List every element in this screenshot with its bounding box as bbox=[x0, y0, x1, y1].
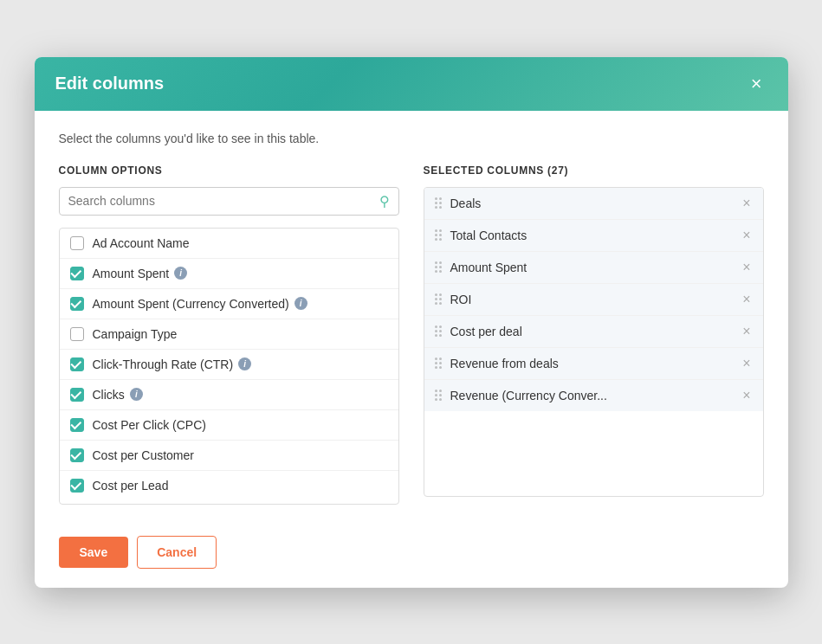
option-checkbox[interactable] bbox=[70, 267, 84, 280]
remove-column-button[interactable]: × bbox=[741, 293, 752, 306]
selected-list[interactable]: Deals×Total Contacts×Amount Spent×ROI×Co… bbox=[424, 187, 764, 497]
selected-item: Revenue (Currency Conver...× bbox=[424, 380, 763, 411]
selected-item: Cost per deal× bbox=[424, 316, 763, 348]
remove-column-button[interactable]: × bbox=[741, 357, 752, 370]
modal-description: Select the columns you'd like to see in … bbox=[59, 132, 764, 145]
left-panel: COLUMN OPTIONS ⚲ Ad Account NameAmount S… bbox=[59, 164, 399, 505]
search-icon: ⚲ bbox=[379, 193, 390, 209]
search-input[interactable] bbox=[68, 194, 379, 208]
option-label: Click-Through Rate (CTR) bbox=[93, 357, 234, 371]
option-item[interactable]: Campaign Type bbox=[60, 319, 398, 350]
option-checkbox[interactable] bbox=[70, 297, 84, 311]
modal-body: Select the columns you'd like to see in … bbox=[35, 111, 788, 522]
option-checkbox[interactable] bbox=[70, 357, 84, 371]
option-label: Cost per Customer bbox=[93, 448, 194, 462]
info-icon: i bbox=[238, 357, 251, 370]
modal-overlay: Edit columns × Select the columns you'd … bbox=[0, 0, 822, 644]
option-checkbox[interactable] bbox=[70, 236, 84, 250]
option-item[interactable]: Amount Spent (Currency Converted)i bbox=[60, 289, 398, 319]
right-panel: SELECTED COLUMNS (27) Deals×Total Contac… bbox=[424, 164, 764, 505]
option-item[interactable]: Ad Account Name bbox=[60, 229, 398, 259]
remove-column-button[interactable]: × bbox=[741, 389, 752, 402]
column-options-title: COLUMN OPTIONS bbox=[59, 164, 399, 177]
option-checkbox[interactable] bbox=[70, 327, 84, 341]
selected-item: Deals× bbox=[424, 188, 763, 220]
selected-item: Total Contacts× bbox=[424, 220, 763, 252]
save-button[interactable]: Save bbox=[59, 537, 129, 568]
drag-handle[interactable] bbox=[435, 229, 442, 241]
selected-columns-title: SELECTED COLUMNS (27) bbox=[424, 164, 764, 177]
option-checkbox[interactable] bbox=[70, 388, 84, 402]
selected-column-label: ROI bbox=[450, 293, 741, 306]
option-item[interactable]: Clicksi bbox=[60, 380, 398, 410]
info-icon: i bbox=[174, 267, 187, 280]
modal-footer: Save Cancel bbox=[35, 522, 788, 588]
selected-item: ROI× bbox=[424, 284, 763, 316]
option-checkbox[interactable] bbox=[70, 448, 84, 462]
drag-handle[interactable] bbox=[435, 293, 442, 305]
selected-column-label: Cost per deal bbox=[450, 325, 741, 338]
edit-columns-modal: Edit columns × Select the columns you'd … bbox=[35, 57, 788, 588]
option-item[interactable]: Cost Per Click (CPC) bbox=[60, 410, 398, 441]
remove-column-button[interactable]: × bbox=[741, 261, 752, 274]
drag-handle[interactable] bbox=[435, 325, 442, 337]
remove-column-button[interactable]: × bbox=[741, 196, 752, 210]
drag-handle[interactable] bbox=[435, 197, 442, 209]
option-label: Cost per Lead bbox=[93, 479, 169, 493]
selected-column-label: Revenue from deals bbox=[450, 357, 741, 370]
options-list[interactable]: Ad Account NameAmount SpentiAmount Spent… bbox=[59, 228, 399, 505]
selected-item: Amount Spent× bbox=[424, 252, 763, 284]
remove-column-button[interactable]: × bbox=[741, 229, 752, 242]
columns-wrapper: COLUMN OPTIONS ⚲ Ad Account NameAmount S… bbox=[59, 164, 764, 505]
option-item[interactable]: Cost per Lead bbox=[60, 471, 398, 500]
option-label: Clicks bbox=[93, 388, 125, 402]
search-box: ⚲ bbox=[59, 187, 399, 216]
drag-handle[interactable] bbox=[435, 261, 442, 273]
selected-column-label: Total Contacts bbox=[450, 229, 741, 242]
selected-column-label: Amount Spent bbox=[450, 261, 741, 274]
modal-title: Edit columns bbox=[55, 74, 165, 93]
option-label: Ad Account Name bbox=[93, 236, 190, 250]
option-item[interactable]: Cost per Customer bbox=[60, 441, 398, 471]
info-icon: i bbox=[294, 297, 307, 310]
option-label: Amount Spent (Currency Converted) bbox=[93, 297, 289, 311]
selected-column-label: Deals bbox=[450, 196, 741, 210]
option-label: Amount Spent bbox=[93, 267, 170, 280]
drag-handle[interactable] bbox=[435, 357, 442, 369]
modal-header: Edit columns × bbox=[35, 57, 788, 111]
drag-handle[interactable] bbox=[435, 390, 442, 401]
option-label: Cost Per Click (CPC) bbox=[93, 418, 206, 432]
info-icon: i bbox=[130, 388, 143, 401]
cancel-button[interactable]: Cancel bbox=[137, 536, 217, 569]
option-checkbox[interactable] bbox=[70, 418, 84, 432]
option-item[interactable]: Click-Through Rate (CTR)i bbox=[60, 350, 398, 380]
remove-column-button[interactable]: × bbox=[741, 325, 752, 338]
selected-item: Revenue from deals× bbox=[424, 348, 763, 380]
option-checkbox[interactable] bbox=[70, 479, 84, 493]
selected-column-label: Revenue (Currency Conver... bbox=[450, 389, 741, 402]
option-label: Campaign Type bbox=[93, 327, 178, 341]
close-button[interactable]: × bbox=[746, 73, 767, 95]
option-item[interactable]: Amount Spenti bbox=[60, 259, 398, 289]
